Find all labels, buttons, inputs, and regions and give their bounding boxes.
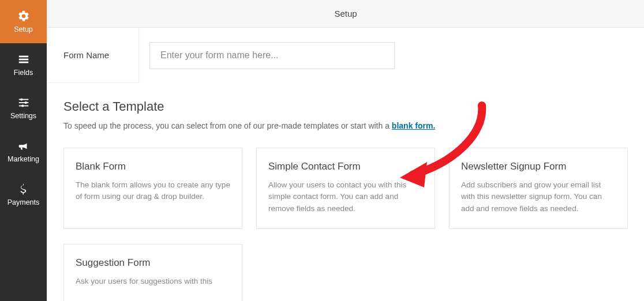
content: Form Name Select a Template To speed up … bbox=[47, 28, 644, 301]
form-name-row: Form Name bbox=[47, 28, 644, 83]
dollar-icon bbox=[17, 183, 30, 195]
bullhorn-icon bbox=[17, 140, 30, 152]
template-card-blank-form[interactable]: Blank Form The blank form allows you to … bbox=[63, 148, 242, 229]
gear-icon bbox=[17, 10, 30, 22]
svg-rect-0 bbox=[18, 56, 28, 58]
sidebar-item-fields[interactable]: Fields bbox=[0, 43, 47, 86]
svg-rect-1 bbox=[18, 59, 28, 61]
template-card-desc: Ask your users for suggestions with this bbox=[76, 276, 230, 287]
sidebar-item-marketing[interactable]: Marketing bbox=[0, 130, 47, 173]
templates-section: Select a Template To speed up the proces… bbox=[47, 83, 644, 301]
template-card-simple-contact-form[interactable]: Simple Contact Form Allow your users to … bbox=[256, 148, 435, 229]
template-card-title: Blank Form bbox=[76, 161, 230, 172]
svg-rect-3 bbox=[18, 99, 28, 100]
form-name-input-wrap bbox=[139, 28, 644, 83]
svg-point-4 bbox=[20, 98, 23, 100]
template-card-desc: Add subscribers and grow your email list… bbox=[461, 179, 616, 215]
sidebar-item-payments[interactable]: Payments bbox=[0, 173, 47, 216]
svg-point-8 bbox=[21, 104, 24, 107]
template-card-title: Simple Contact Form bbox=[268, 161, 423, 172]
sidebar: Setup Fields Settings Marketing Payments bbox=[0, 0, 47, 301]
form-name-input[interactable] bbox=[149, 42, 395, 69]
sidebar-item-label: Fields bbox=[14, 69, 33, 77]
templates-grid: Blank Form The blank form allows you to … bbox=[63, 148, 628, 301]
template-card-desc: The blank form allows you to create any … bbox=[76, 179, 230, 203]
templates-description: To speed up the process, you can select … bbox=[63, 121, 628, 130]
svg-point-6 bbox=[24, 101, 27, 104]
sidebar-item-setup[interactable]: Setup bbox=[0, 0, 47, 43]
template-card-title: Suggestion Form bbox=[76, 257, 230, 269]
list-icon bbox=[17, 53, 30, 66]
sliders-icon bbox=[17, 96, 30, 109]
form-name-label: Form Name bbox=[47, 28, 139, 83]
sidebar-item-label: Setup bbox=[14, 25, 33, 33]
sidebar-item-label: Marketing bbox=[8, 155, 39, 163]
templates-description-text: To speed up the process, you can select … bbox=[63, 121, 392, 130]
svg-rect-5 bbox=[18, 102, 28, 103]
header-bar: Setup bbox=[47, 0, 644, 28]
sidebar-item-settings[interactable]: Settings bbox=[0, 86, 47, 130]
main: Setup Form Name Select a Template To spe… bbox=[47, 0, 644, 301]
template-card-newsletter-signup-form[interactable]: Newsletter Signup Form Add subscribers a… bbox=[449, 148, 628, 229]
svg-rect-2 bbox=[18, 62, 28, 63]
app-root: Setup Fields Settings Marketing Payments bbox=[0, 0, 644, 301]
sidebar-item-label: Settings bbox=[10, 112, 36, 120]
templates-heading: Select a Template bbox=[63, 99, 628, 114]
header-title: Setup bbox=[334, 9, 357, 18]
blank-form-link[interactable]: blank form. bbox=[392, 121, 435, 130]
template-card-title: Newsletter Signup Form bbox=[461, 161, 616, 172]
sidebar-item-label: Payments bbox=[8, 198, 40, 206]
template-card-desc: Allow your users to contact you with thi… bbox=[268, 179, 423, 215]
template-card-suggestion-form[interactable]: Suggestion Form Ask your users for sugge… bbox=[63, 244, 242, 301]
